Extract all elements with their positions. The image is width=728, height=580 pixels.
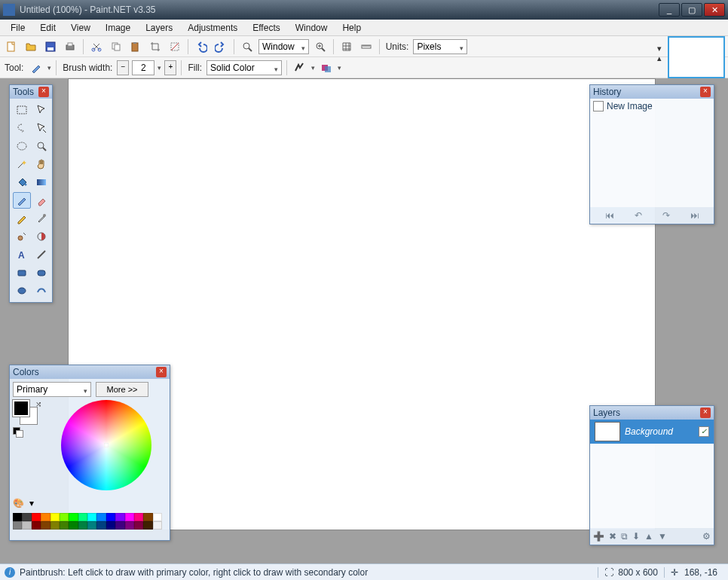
menu-image[interactable]: Image [98,21,138,35]
history-undo-icon[interactable]: ↶ [635,210,642,221]
palette-swatch[interactable] [106,513,115,521]
tool-recolor[interactable] [32,228,50,245]
tool-rect-select[interactable] [13,102,31,118]
tool-line[interactable] [32,246,50,263]
rulers-button[interactable] [358,38,375,55]
layer-down-icon[interactable]: ▼ [658,531,667,542]
tool-ellipse[interactable] [13,282,31,299]
undo-button[interactable] [193,38,210,55]
palette-swatch[interactable] [50,521,60,530]
tool-clone[interactable] [13,228,31,245]
layers-panel-close[interactable]: × [700,408,711,418]
palette-swatch[interactable] [13,521,22,530]
brush-width-value[interactable]: 2 [132,60,154,75]
tool-freeform[interactable] [32,282,50,299]
palette-swatch[interactable] [115,513,124,521]
menu-help[interactable]: Help [335,21,369,35]
menu-file[interactable]: File [3,21,32,35]
menu-view[interactable]: View [63,21,98,35]
color-wheel[interactable] [61,400,151,490]
palette-swatch[interactable] [153,521,162,530]
blend-mode-button[interactable] [318,60,335,76]
layer-add-icon[interactable]: ➕ [593,531,604,542]
antialias-button[interactable] [292,60,308,76]
tool-wand[interactable] [13,156,31,172]
crop-button[interactable] [147,38,164,55]
layers-panel-header[interactable]: Layers × [590,406,714,420]
palette-swatch[interactable] [153,513,162,521]
tool-picker[interactable] [32,210,50,227]
tool-brush[interactable] [13,192,31,209]
zoom-button[interactable] [239,38,255,55]
minimize-button[interactable]: _ [659,3,680,17]
palette-swatch[interactable] [41,513,50,521]
tool-bucket[interactable] [13,174,31,191]
palette-menu-icon[interactable]: ▾ [29,498,41,510]
palette-swatch[interactable] [69,513,78,521]
deselect-button[interactable] [167,38,183,55]
colors-panel-close[interactable]: × [156,367,167,377]
new-file-button[interactable] [3,38,20,55]
palette-swatch[interactable] [60,513,69,521]
tool-move[interactable] [32,120,50,136]
palette-swatch[interactable] [41,521,50,530]
history-rewind-icon[interactable]: ⏮ [605,210,614,221]
palette-swatch[interactable] [78,521,87,530]
colors-more-button[interactable]: More >> [96,382,148,397]
layer-row[interactable]: Background✓ [590,420,714,444]
palette-swatch[interactable] [60,521,69,530]
zoom-in-button[interactable] [312,38,329,55]
color-swatches[interactable]: ⤭ [13,400,43,438]
palette-swatch[interactable] [32,521,41,530]
open-file-button[interactable] [23,38,39,55]
menu-edit[interactable]: Edit [32,21,63,35]
fill-combo[interactable]: Solid Color [206,60,282,75]
tool-gradient[interactable] [32,174,50,191]
palette-swatch[interactable] [106,521,115,530]
tool-text[interactable]: A [13,246,31,263]
tool-zoom[interactable] [32,138,50,154]
palette-swatch[interactable] [22,513,31,521]
brush-increase-button[interactable]: + [164,60,176,75]
document-thumbnail[interactable] [668,36,725,78]
palette-swatch[interactable] [96,521,106,530]
palette-swatch[interactable] [125,513,134,521]
layer-delete-icon[interactable]: ✖ [609,531,616,542]
primary-color-swatch[interactable] [13,400,29,417]
palette-swatch[interactable] [96,513,106,521]
tool-rounded-rect[interactable] [32,264,50,281]
palette-swatch[interactable] [69,521,78,530]
zoom-mode-combo[interactable]: Window [258,39,309,54]
tool-lasso[interactable] [13,120,31,136]
layer-duplicate-icon[interactable]: ⧉ [621,531,628,542]
tools-panel-header[interactable]: Tools × [10,85,52,99]
history-item[interactable]: New Image [592,100,712,112]
palette-swatch[interactable] [125,521,134,530]
color-selector-combo[interactable]: Primary [13,382,91,397]
history-forward-icon[interactable]: ⏭ [690,210,699,221]
menu-adjustments[interactable]: Adjustments [180,21,245,35]
active-tool-button[interactable] [28,60,44,76]
swap-colors-icon[interactable]: ⤭ [35,400,41,408]
palette-swatch[interactable] [143,513,152,521]
palette-swatch[interactable] [115,521,124,530]
palette-swatch[interactable] [134,521,143,530]
menu-effects[interactable]: Effects [245,21,287,35]
close-button[interactable]: ✕ [704,3,725,17]
colors-panel-header[interactable]: Colors × [10,365,170,379]
palette-swatch[interactable] [78,513,87,521]
print-button[interactable] [62,38,78,55]
cut-button[interactable] [88,38,105,55]
tools-panel-close[interactable]: × [38,87,49,97]
palette-add-icon[interactable]: 🎨 [13,498,25,510]
copy-button[interactable] [108,38,124,55]
layer-properties-icon[interactable]: ⚙ [702,531,711,542]
history-redo-icon[interactable]: ↷ [662,210,670,221]
tool-rect[interactable] [13,264,31,281]
paste-button[interactable] [127,38,144,55]
grid-button[interactable] [338,38,355,55]
layer-visible-checkbox[interactable]: ✓ [699,426,709,437]
tool-ellipse-select[interactable] [13,138,31,154]
palette-swatch[interactable] [143,521,152,530]
thumbnail-toggle-icon[interactable]: ▾▴ [657,44,662,63]
